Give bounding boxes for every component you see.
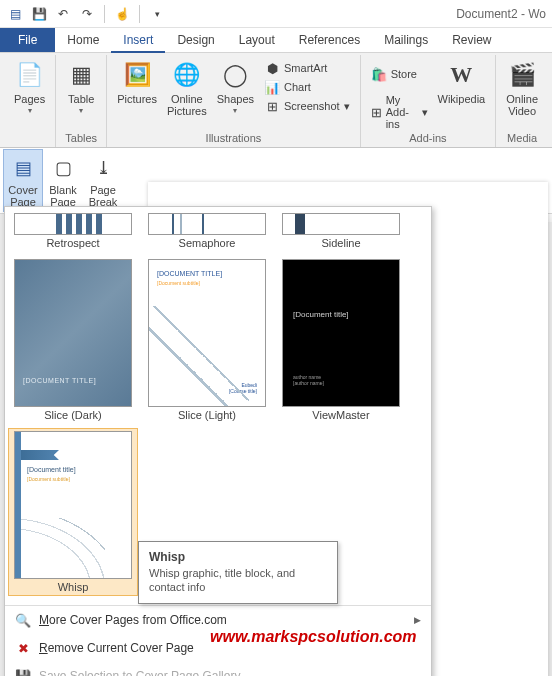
separator: [139, 5, 140, 23]
online-pictures-button[interactable]: 🌐 Online Pictures: [163, 57, 211, 119]
label: Shapes: [217, 93, 254, 105]
table-label: Table: [68, 93, 94, 105]
redo-icon[interactable]: ↷: [78, 5, 96, 23]
wikipedia-icon: W: [446, 59, 476, 91]
chevron-right-icon: ▶: [414, 615, 421, 625]
chart-icon: 📊: [264, 79, 280, 95]
tab-insert[interactable]: Insert: [111, 28, 165, 53]
shapes-button[interactable]: ◯ Shapes ▾: [213, 57, 258, 117]
label: SmartArt: [284, 62, 327, 74]
separator: [104, 5, 105, 23]
pictures-button[interactable]: 🖼️ Pictures: [113, 57, 161, 107]
group-label: Illustrations: [206, 132, 262, 145]
gallery-item-sideline[interactable]: Sideline: [277, 211, 405, 251]
label: Online Pictures: [167, 93, 207, 117]
label: Slice (Light): [178, 409, 236, 421]
document-title: Document2 - Wo: [166, 7, 552, 21]
smartart-button[interactable]: ⬢SmartArt: [260, 59, 354, 77]
group-label: Add-ins: [409, 132, 446, 145]
thumb-title: [DOCUMENT TITLE]: [157, 270, 222, 277]
ribbon-group-illustrations: 🖼️ Pictures 🌐 Online Pictures ◯ Shapes ▾…: [107, 55, 360, 147]
store-button[interactable]: 🛍️Store: [367, 65, 432, 83]
ribbon: 📄 Pages ▾ . ▦ Table ▾ Tables 🖼️ Pictures…: [0, 53, 552, 148]
chart-button[interactable]: 📊Chart: [260, 78, 354, 96]
screenshot-button[interactable]: ⊞Screenshot ▾: [260, 97, 354, 115]
label: Retrospect: [46, 237, 99, 249]
office-icon: 🔍: [15, 612, 31, 628]
online-video-button[interactable]: 🎬 Online Video: [502, 57, 542, 119]
pages-button[interactable]: 📄 Pages ▾: [10, 57, 49, 117]
label: Slice (Dark): [44, 409, 101, 421]
group-label: Media: [507, 132, 537, 145]
gallery-item-retrospect[interactable]: Retrospect: [9, 211, 137, 251]
word-icon: ▤: [6, 5, 24, 23]
page-icon: 📄: [15, 59, 45, 91]
label: Wikipedia: [438, 93, 486, 105]
my-addins-button[interactable]: ⊞My Add-ins ▾: [367, 93, 432, 131]
tab-home[interactable]: Home: [55, 28, 111, 52]
label: Whisp: [58, 581, 89, 593]
wikipedia-button[interactable]: W Wikipedia: [434, 57, 490, 107]
blank-page-icon: ▢: [48, 153, 78, 183]
thumb-title: [Document title]: [293, 310, 349, 319]
tab-layout[interactable]: Layout: [227, 28, 287, 52]
thumb-subtitle: [Document subtitle]: [27, 476, 70, 482]
title-bar: ▤ 💾 ↶ ↷ ☝ ▾ Document2 - Wo: [0, 0, 552, 28]
save-icon: 💾: [15, 668, 31, 676]
label: Blank Page: [49, 184, 77, 208]
thumb-title: [DOCUMENT TITLE]: [23, 377, 96, 384]
save-icon[interactable]: 💾: [30, 5, 48, 23]
touch-mode-icon[interactable]: ☝: [113, 5, 131, 23]
video-icon: 🎬: [507, 59, 537, 91]
thumb-footer: Eubedi [Course title]: [229, 382, 257, 394]
pages-label: Pages: [14, 93, 45, 105]
undo-icon[interactable]: ↶: [54, 5, 72, 23]
gallery-item-slice-light[interactable]: [DOCUMENT TITLE] [Document subtitle] Eub…: [143, 257, 271, 423]
ribbon-group-media: 🎬 Online Video Media: [496, 55, 548, 147]
ribbon-group-addins: 🛍️Store ⊞My Add-ins ▾ W Wikipedia Add-in…: [361, 55, 497, 147]
chevron-down-icon: ▾: [28, 106, 32, 115]
tooltip: Whisp Whisp graphic, title block, and co…: [138, 541, 338, 604]
tab-design[interactable]: Design: [165, 28, 226, 52]
label: Store: [391, 68, 417, 80]
tab-references[interactable]: References: [287, 28, 372, 52]
label: Chart: [284, 81, 311, 93]
group-label: Tables: [65, 132, 97, 145]
smartart-icon: ⬢: [264, 60, 280, 76]
cover-page-button[interactable]: ▤ Cover Page: [4, 150, 42, 211]
table-button[interactable]: ▦ Table ▾: [62, 57, 100, 117]
blank-page-button[interactable]: ▢ Blank Page: [44, 150, 82, 211]
ribbon-group-tables: ▦ Table ▾ Tables: [56, 55, 107, 147]
chevron-down-icon: ▾: [422, 106, 428, 119]
shapes-icon: ◯: [220, 59, 250, 91]
tooltip-title: Whisp: [149, 550, 327, 564]
chevron-down-icon: ▾: [344, 100, 350, 113]
ribbon-group-pages: 📄 Pages ▾ .: [4, 55, 56, 147]
addins-icon: ⊞: [371, 104, 382, 120]
chevron-down-icon: ▾: [233, 106, 237, 115]
gallery-item-slice-dark[interactable]: [DOCUMENT TITLE] Slice (Dark): [9, 257, 137, 423]
cover-page-icon: ▤: [8, 153, 38, 183]
label: My Add-ins: [386, 94, 418, 130]
chevron-down-icon: ▾: [79, 106, 83, 115]
label: ViewMaster: [312, 409, 369, 421]
picture-icon: 🖼️: [122, 59, 152, 91]
page-break-button[interactable]: ⤓ Page Break: [84, 150, 122, 211]
gallery-item-whisp[interactable]: [Document title] [Document subtitle] Whi…: [9, 429, 137, 595]
gallery-item-viewmaster[interactable]: [Document title] author name [author nam…: [277, 257, 405, 423]
customize-qat-icon[interactable]: ▾: [148, 5, 166, 23]
tab-review[interactable]: Review: [440, 28, 503, 52]
table-icon: ▦: [66, 59, 96, 91]
label: Cover Page: [8, 184, 37, 208]
remove-icon: ✖: [15, 640, 31, 656]
thumb-title: [Document title]: [27, 466, 76, 473]
page-break-icon: ⤓: [88, 153, 118, 183]
label: Sideline: [321, 237, 360, 249]
label: Online Video: [506, 93, 538, 117]
tab-file[interactable]: File: [0, 28, 55, 52]
tab-mailings[interactable]: Mailings: [372, 28, 440, 52]
screenshot-icon: ⊞: [264, 98, 280, 114]
thumb-subtitle: [Document subtitle]: [157, 280, 200, 286]
gallery-item-semaphore[interactable]: Semaphore: [143, 211, 271, 251]
save-selection-gallery: 💾 Save Selection to Cover Page Gallery..…: [5, 662, 431, 676]
